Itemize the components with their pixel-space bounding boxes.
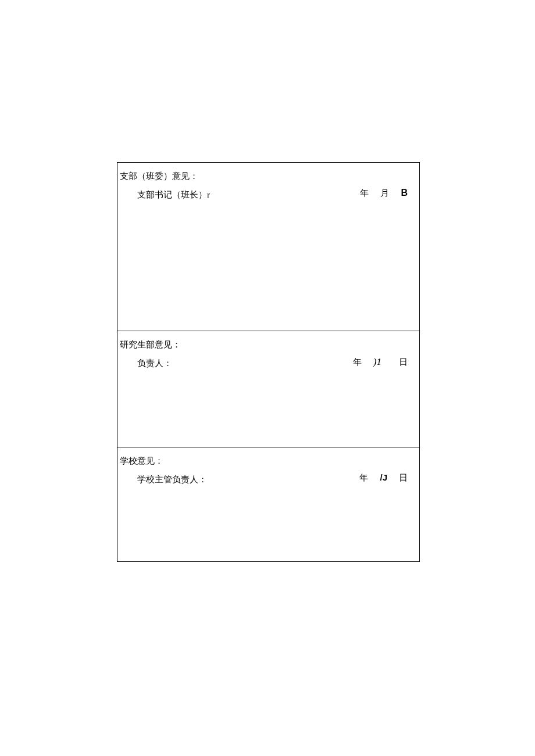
section-label-1: 支部（班委）意见： — [120, 171, 198, 182]
day-label-2: 日 — [399, 357, 408, 368]
signer-label-3: 学校主管负责人： — [137, 474, 207, 485]
date-group-3: 年 /J 日 — [354, 472, 413, 483]
year-label-2: 年 — [353, 357, 362, 368]
year-label-3: 年 — [359, 472, 368, 483]
section-label-3: 学校意见： — [120, 456, 163, 467]
date-group-2: 年 )1 日 — [347, 356, 413, 368]
signer-label-2: 负责人： — [137, 358, 172, 369]
section-branch-committee: 支部（班委）意见： 支部书记（班长）r 年 月 B — [117, 163, 420, 331]
day-label-1: B — [401, 188, 408, 198]
section-graduate-dept: 研究生部意见： 负责人： 年 )1 日 — [117, 331, 420, 447]
month-label-2: )1 — [373, 356, 381, 368]
day-label-3: 日 — [399, 472, 408, 483]
month-label-1: 月 — [380, 188, 389, 199]
month-label-3: /J — [380, 472, 387, 482]
section-school: 学校意见： 学校主管负责人： 年 /J 日 — [117, 447, 420, 562]
signer-label-1: 支部书记（班长）r — [137, 189, 210, 200]
year-label-1: 年 — [360, 188, 369, 199]
section-label-2: 研究生部意见： — [120, 339, 181, 350]
approval-form-table: 支部（班委）意见： 支部书记（班长）r 年 月 B 研究生部意见： 负责人： 年… — [117, 162, 420, 562]
date-group-1: 年 月 B — [354, 188, 413, 199]
